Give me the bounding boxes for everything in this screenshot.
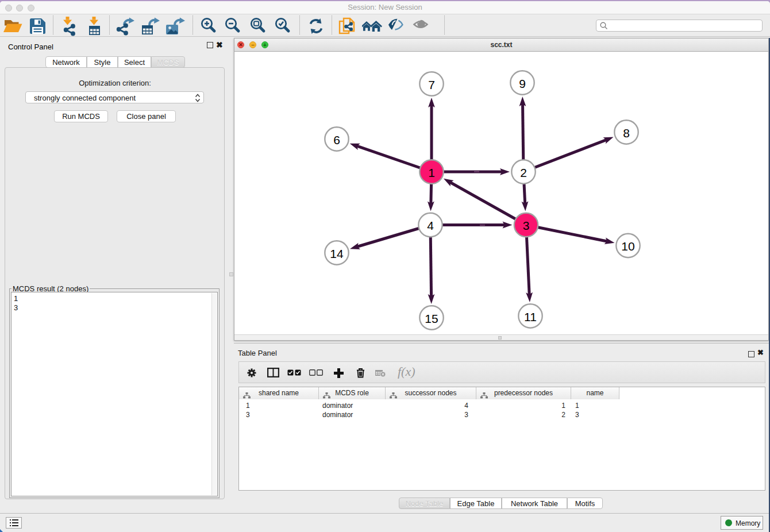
svg-text:7: 7 [428, 78, 435, 91]
svg-text:11: 11 [524, 310, 537, 323]
svg-text:3: 3 [523, 219, 530, 232]
svg-text:10: 10 [621, 240, 634, 253]
svg-text:15: 15 [425, 312, 438, 325]
svg-text:14: 14 [330, 247, 344, 260]
svg-text:4: 4 [427, 219, 434, 232]
svg-text:6: 6 [333, 133, 340, 147]
svg-text:1: 1 [428, 166, 435, 179]
svg-text:2: 2 [520, 166, 527, 179]
svg-text:8: 8 [623, 126, 630, 140]
svg-text:9: 9 [519, 77, 526, 90]
